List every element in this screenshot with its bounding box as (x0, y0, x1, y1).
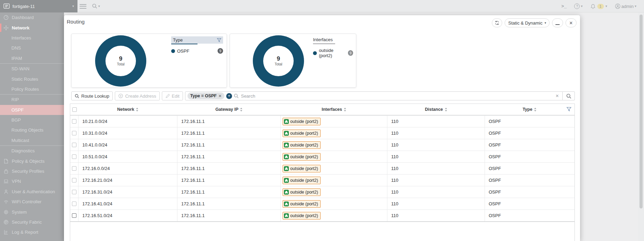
minimize-icon (555, 24, 560, 25)
legend-entry-outside-port2[interactable]: outside (port2) 9 (313, 48, 353, 58)
help-icon (574, 3, 580, 9)
table-filter-icon[interactable] (567, 107, 571, 111)
cell-distance: 110 (387, 151, 485, 162)
sidebar-item-vpn[interactable]: VPN (0, 176, 64, 186)
row-checkbox[interactable] (72, 166, 76, 171)
column-header-gateway-ip[interactable]: Gateway IP (177, 104, 281, 115)
sidebar-item-user-authentication[interactable]: User & Authentication (0, 187, 64, 197)
sidebar-item-static-routes[interactable]: Static Routes (0, 74, 64, 84)
ethernet-port-icon (284, 178, 289, 183)
table-row[interactable]: 172.16.41.0/24 172.16.11.1 outside (port… (70, 198, 574, 209)
sidebar-item-log-report[interactable]: Log & Report (0, 227, 64, 237)
search-field[interactable]: Type = OSPF (185, 91, 563, 100)
sidebar-item-security-fabric[interactable]: Security Fabric (0, 217, 64, 227)
donut-total-value: 9 (277, 56, 280, 62)
filter-chip-type-ospf[interactable]: Type = OSPF (187, 92, 224, 99)
column-header-interfaces[interactable]: Interfaces (281, 104, 387, 115)
row-checkbox[interactable] (72, 178, 76, 182)
select-all-checkbox[interactable] (72, 107, 77, 112)
sidebar-item-policy-routes[interactable]: Policy Routes (0, 84, 64, 94)
row-checkbox[interactable] (72, 154, 76, 159)
search-icon (75, 94, 79, 98)
chevron-down-icon (635, 5, 636, 8)
cell-network: 172.16.31.0/24 (79, 186, 177, 198)
cell-network: 172.16.51.0/24 (79, 210, 177, 221)
interface-badge: outside (port2) (283, 212, 321, 220)
sidebar-item-security-profiles[interactable]: Security Profiles (0, 166, 64, 176)
table-row[interactable]: 172.16.31.0/24 172.16.11.1 outside (port… (70, 186, 574, 198)
cell-gateway: 172.16.11.1 (177, 151, 281, 162)
sidebar-item-wifi-controller[interactable]: WiFi Controller (0, 197, 64, 207)
cli-console-icon[interactable] (561, 4, 567, 9)
route-lookup-button[interactable]: Route Lookup (71, 91, 113, 100)
sort-icon (534, 107, 537, 112)
pencil-icon (165, 94, 170, 98)
sidebar-item-sdwan[interactable]: SD-WAN (0, 64, 64, 74)
sidebar-item-ipam[interactable]: IPAM (0, 53, 64, 63)
cell-type: OSPF (485, 151, 574, 162)
chevron-down-icon (606, 5, 607, 8)
close-button[interactable] (565, 18, 577, 27)
ethernet-port-icon (284, 213, 289, 218)
sidebar-item-ospf[interactable]: OSPF (0, 105, 64, 115)
row-checkbox[interactable] (72, 143, 76, 147)
routing-modal: Routing Static & Dynamic 9 (64, 15, 580, 241)
sidebar-item-system[interactable]: System (0, 207, 64, 217)
hamburger-menu-icon[interactable] (80, 3, 86, 10)
row-checkbox[interactable] (72, 119, 76, 124)
admin-menu[interactable]: admin (615, 3, 636, 9)
clear-search-icon[interactable] (554, 93, 560, 98)
search-submit-button[interactable] (563, 91, 575, 100)
interface-badge: outside (port2) (283, 141, 321, 149)
cell-network: 172.16.21.0/24 (79, 175, 177, 186)
search-input[interactable] (240, 93, 552, 99)
sidebar-item-dashboard[interactable]: Dashboard (0, 12, 64, 23)
add-filter-button[interactable] (226, 93, 232, 99)
sidebar-item-rip[interactable]: RIP (0, 95, 64, 105)
notification-count-badge: 1 (597, 4, 604, 9)
cell-gateway: 172.16.11.1 (177, 186, 281, 198)
legend-type-header[interactable]: Type (171, 36, 223, 44)
sidebar-item-policy-objects[interactable]: Policy & Objects (0, 156, 64, 166)
sidebar-item-bgp[interactable]: BGP (0, 115, 64, 125)
table-row[interactable]: 172.16.0.0/24 172.16.11.1 outside (port2… (70, 162, 574, 174)
sidebar-item-multicast[interactable]: Multicast (0, 135, 64, 145)
page-scrollbar-thumb[interactable] (640, 15, 643, 208)
legend-entry-ospf[interactable]: OSPF 9 (171, 48, 223, 54)
cell-distance: 110 (387, 139, 485, 151)
cell-type: OSPF (485, 210, 574, 221)
sidebar-item-interfaces[interactable]: Interfaces (0, 33, 64, 43)
column-header-type[interactable]: Type (485, 104, 574, 115)
notifications-menu[interactable]: 1 (590, 4, 607, 9)
chevron-down-icon (581, 5, 582, 8)
legend-dot (313, 51, 317, 55)
cell-distance: 110 (387, 210, 485, 221)
table-row[interactable]: 10.31.0.0/24 172.16.11.1 outside (port2)… (70, 127, 574, 139)
table-row[interactable]: 10.41.0.0/24 172.16.11.1 outside (port2)… (70, 139, 574, 151)
table-row[interactable]: 10.51.0.0/24 172.16.11.1 outside (port2)… (70, 151, 574, 162)
hostname-menu[interactable]: fortigate-11 (0, 0, 77, 12)
row-checkbox[interactable] (72, 202, 76, 206)
create-address-button[interactable]: Create Address (115, 91, 160, 100)
help-menu[interactable] (574, 3, 582, 9)
row-checkbox[interactable] (72, 190, 76, 194)
refresh-button[interactable] (492, 18, 502, 27)
remove-filter-icon[interactable] (219, 94, 222, 98)
minimize-button[interactable] (552, 18, 563, 27)
table-row[interactable]: 10.21.0.0/24 172.16.11.1 outside (port2)… (70, 115, 574, 127)
sidebar-item-diagnostics[interactable]: Diagnostics (0, 146, 64, 156)
column-header-distance[interactable]: Distance (387, 104, 485, 115)
view-selector-dropdown[interactable]: Static & Dynamic (505, 18, 550, 27)
column-header-network[interactable]: Network (79, 104, 177, 115)
row-checkbox[interactable] (72, 131, 76, 135)
table-row[interactable]: 172.16.21.0/24 172.16.11.1 outside (port… (70, 174, 574, 186)
sidebar-item-routing-objects[interactable]: Routing Objects (0, 125, 64, 135)
sidebar-item-network[interactable]: Network (0, 23, 64, 33)
row-checkbox[interactable] (72, 213, 76, 218)
global-search-button[interactable] (92, 3, 100, 9)
sidebar-item-dns[interactable]: DNS (0, 43, 64, 53)
lock-icon (3, 169, 9, 174)
table-row[interactable]: 172.16.51.0/24 172.16.11.1 outside (port… (70, 209, 574, 221)
document-icon (3, 159, 9, 164)
edit-button[interactable]: Edit (162, 91, 183, 100)
